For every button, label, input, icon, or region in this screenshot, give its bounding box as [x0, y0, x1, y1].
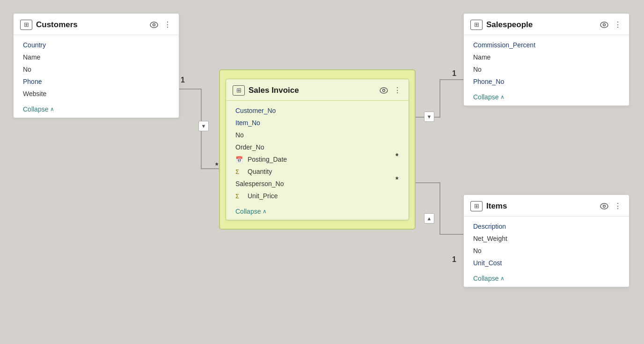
field-no-customers: No	[14, 63, 179, 75]
field-name-customers: Name	[14, 51, 179, 63]
field-customer-no: Customer_No	[226, 105, 409, 117]
items-collapse-chevron: ∧	[500, 275, 505, 282]
svg-point-2	[380, 88, 388, 93]
customers-table-icon: ⊞	[20, 20, 32, 30]
field-order-no: Order_No	[226, 141, 409, 153]
field-no-invoice: No	[226, 129, 409, 141]
salespeople-actions: ⋮	[599, 19, 622, 30]
salespeople-table-icon: ⊞	[470, 20, 483, 30]
label-many-items: *	[395, 176, 398, 184]
field-description: Description	[464, 220, 629, 232]
field-unit-price: Σ Unit_Price	[226, 190, 409, 202]
svg-point-1	[153, 23, 155, 26]
sales-invoice-more-button[interactable]: ⋮	[393, 85, 402, 96]
sales-invoice-collapse[interactable]: Collapse ∧	[226, 204, 409, 220]
salespeople-eye-button[interactable]	[599, 21, 609, 29]
salespeople-fields: Commission_Percent Name No Phone_No	[464, 35, 629, 90]
svg-point-5	[603, 23, 606, 26]
field-phone-no: Phone_No	[464, 75, 629, 88]
salespeople-title: Salespeople	[486, 20, 595, 30]
items-more-button[interactable]: ⋮	[613, 201, 622, 211]
salespeople-card: ⊞ Salespeople ⋮ Commission_Percent Name …	[463, 13, 629, 106]
sales-invoice-fields: Customer_No Item_No No Order_No 📅 Postin…	[226, 101, 409, 204]
field-no-salespeople: No	[464, 63, 629, 75]
sales-invoice-actions: ⋮	[379, 85, 402, 96]
items-title: Items	[486, 202, 595, 211]
items-collapse[interactable]: Collapse ∧	[464, 271, 629, 287]
field-net-weight: Net_Weight	[464, 232, 629, 245]
items-fields: Description Net_Weight No Unit_Cost	[464, 217, 629, 271]
sigma-icon-quantity: Σ	[235, 168, 244, 175]
customers-more-button[interactable]: ⋮	[163, 19, 172, 30]
items-eye-button[interactable]	[599, 202, 609, 210]
customers-fields: Country Name No Phone Website	[14, 35, 179, 102]
customers-actions: ⋮	[149, 19, 172, 30]
salespeople-header: ⊞ Salespeople ⋮	[464, 14, 629, 35]
salespeople-more-button[interactable]: ⋮	[613, 19, 622, 30]
diagram-canvas: 1 * 1 * * 1 ▼ ▼ ▲ ⊞ Customers ⋮ Country …	[0, 0, 644, 344]
sales-invoice-collapse-chevron: ∧	[263, 208, 267, 215]
field-no-items: No	[464, 245, 629, 257]
field-phone: Phone	[14, 75, 179, 88]
items-header: ⊞ Items ⋮	[464, 195, 629, 217]
customers-card: ⊞ Customers ⋮ Country Name No Phone	[13, 13, 179, 118]
sales-invoice-card: ⊞ Sales Invoice ⋮ Customer_No Item_No No	[226, 79, 409, 220]
svg-point-3	[383, 89, 385, 91]
arrow-items-up: ▲	[424, 213, 434, 224]
field-item-no: Item_No	[226, 117, 409, 129]
sales-invoice-eye-button[interactable]	[379, 86, 389, 95]
svg-point-0	[150, 22, 158, 28]
label-one-items: 1	[452, 255, 456, 264]
items-card: ⊞ Items ⋮ Description Net_Weight No Unit…	[463, 194, 629, 287]
field-country: Country	[14, 39, 179, 51]
field-name-salespeople: Name	[464, 51, 629, 63]
arrow-customers-down: ▼	[198, 121, 209, 131]
field-unit-cost: Unit_Cost	[464, 257, 629, 269]
customers-eye-button[interactable]	[149, 21, 159, 29]
field-website: Website	[14, 88, 179, 100]
customers-collapse-chevron: ∧	[50, 106, 54, 112]
sales-invoice-header: ⊞ Sales Invoice ⋮	[226, 79, 409, 101]
label-one-customers: 1	[181, 76, 185, 84]
sales-invoice-wrapper: ⊞ Sales Invoice ⋮ Customer_No Item_No No	[219, 69, 416, 230]
items-table-icon: ⊞	[470, 201, 483, 211]
customers-collapse[interactable]: Collapse ∧	[14, 102, 179, 118]
customers-title: Customers	[36, 20, 145, 30]
svg-point-7	[603, 205, 606, 207]
svg-point-4	[600, 22, 608, 28]
field-posting-date: 📅 Posting_Date	[226, 153, 409, 165]
label-many-salespeople: *	[395, 152, 398, 161]
label-one-salespeople: 1	[452, 69, 456, 78]
items-actions: ⋮	[599, 201, 622, 211]
svg-point-6	[600, 203, 608, 209]
sales-invoice-title: Sales Invoice	[249, 86, 375, 95]
label-many-customers: *	[215, 162, 218, 170]
arrow-salespeople-down: ▼	[424, 112, 434, 122]
field-commission-percent: Commission_Percent	[464, 39, 629, 51]
customers-header: ⊞ Customers ⋮	[14, 14, 179, 35]
salespeople-collapse[interactable]: Collapse ∧	[464, 90, 629, 105]
sigma-icon-price: Σ	[235, 193, 244, 200]
calendar-icon: 📅	[235, 156, 244, 163]
field-salesperson-no: Salesperson_No	[226, 178, 409, 190]
sales-invoice-table-icon: ⊞	[233, 85, 245, 96]
field-quantity: Σ Quantity	[226, 165, 409, 178]
salespeople-collapse-chevron: ∧	[500, 94, 505, 100]
